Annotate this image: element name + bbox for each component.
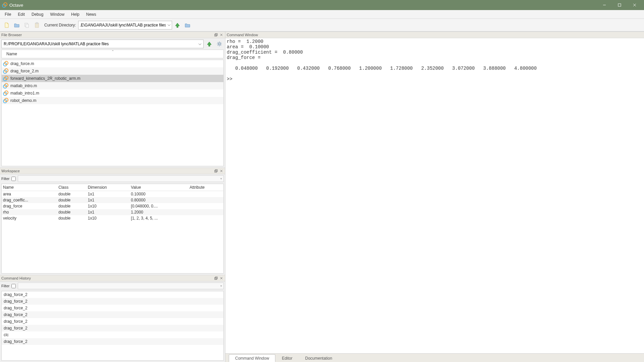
open-file-button[interactable] — [12, 20, 21, 30]
file-browser-name-header[interactable]: ⌃ Name — [1, 50, 224, 58]
workspace-table[interactable]: NameClassDimensionValueAttribute areadou… — [2, 184, 223, 221]
close-panel-icon[interactable] — [219, 276, 224, 281]
history-item[interactable]: drag_force_2 — [2, 318, 223, 325]
history-item[interactable]: drag_force_2 — [2, 311, 223, 318]
svg-rect-9 — [36, 22, 38, 24]
svg-rect-40 — [215, 277, 217, 279]
command-window-hscrollbar[interactable] — [225, 348, 644, 353]
workspace-filter-label: Filter — [1, 177, 9, 181]
command-window-title: Command Window — [227, 33, 258, 37]
menu-help[interactable]: Help — [68, 11, 83, 18]
titlebar: Octave — [0, 0, 644, 10]
octave-file-icon — [3, 61, 8, 66]
copy-button[interactable] — [22, 20, 32, 30]
minimize-button[interactable] — [597, 0, 612, 10]
history-item[interactable]: drag_force_2 — [2, 298, 223, 305]
tab-documentation[interactable]: Documentation — [299, 354, 339, 362]
menu-edit[interactable]: Edit — [14, 11, 28, 18]
octave-logo-icon — [2, 2, 7, 8]
svg-rect-36 — [215, 170, 217, 172]
history-filter-checkbox[interactable] — [11, 284, 16, 288]
workspace-title: Workspace — [1, 169, 20, 173]
svg-line-20 — [221, 45, 221, 46]
history-item[interactable]: drag_force_2 — [2, 325, 223, 331]
sort-indicator-icon: ⌃ — [111, 50, 114, 53]
menu-file[interactable]: File — [1, 11, 14, 18]
file-name: robot_demo.m — [10, 98, 36, 103]
undock-icon[interactable] — [214, 33, 218, 37]
undock-icon[interactable] — [214, 276, 218, 281]
tab-command-window[interactable]: Command Window — [229, 354, 275, 362]
file-item[interactable]: drag_force_2.m — [2, 67, 223, 75]
menu-debug[interactable]: Debug — [28, 11, 47, 18]
svg-rect-11 — [215, 34, 217, 36]
file-browser-up-button[interactable] — [205, 40, 214, 48]
menu-window[interactable]: Window — [47, 11, 68, 18]
command-window-content[interactable]: rho = 1.2000 area = 0.10000 drag_coeffic… — [225, 38, 644, 348]
svg-rect-3 — [618, 4, 621, 6]
file-item[interactable]: matlab_intro.m — [2, 82, 223, 89]
file-name: matlab_intro1.m — [10, 91, 39, 96]
workspace-row[interactable]: drag_forcedouble1x10[0.048000, 0.... — [2, 203, 223, 209]
chevron-down-icon: ▾ — [220, 284, 222, 288]
maximize-button[interactable] — [612, 0, 627, 10]
history-item[interactable]: clc — [2, 331, 223, 338]
file-name: drag_force.m — [10, 61, 34, 66]
command-history-header: Command History — [0, 275, 225, 282]
octave-file-icon — [3, 76, 8, 81]
command-window-header: Command Window — [225, 32, 644, 38]
close-panel-icon[interactable] — [219, 169, 224, 173]
window-title: Octave — [9, 3, 23, 8]
octave-file-icon — [3, 68, 8, 74]
file-item[interactable]: robot_demo.m — [2, 97, 223, 104]
history-hscrollbar[interactable] — [2, 355, 223, 360]
file-browser-settings-button[interactable] — [215, 40, 224, 48]
file-list[interactable]: drag_force.mdrag_force_2.mforward_kinema… — [1, 60, 224, 166]
current-directory-input[interactable] — [78, 21, 172, 29]
svg-rect-10 — [215, 34, 217, 36]
file-item[interactable]: drag_force.m — [2, 60, 223, 67]
octave-file-icon — [3, 98, 8, 103]
file-browser-path-input[interactable] — [1, 40, 204, 48]
history-item[interactable]: drag_force_2 — [2, 305, 223, 311]
svg-rect-7 — [26, 24, 29, 27]
history-item[interactable]: drag_force_2 — [2, 338, 223, 345]
paste-button[interactable] — [32, 20, 42, 30]
command-history-title: Command History — [1, 276, 31, 280]
svg-line-22 — [221, 42, 221, 43]
file-item[interactable]: forward_kinematics_2R_robotic_arm.m — [2, 75, 223, 82]
workspace-col-name[interactable]: Name — [2, 184, 57, 191]
svg-line-21 — [218, 45, 218, 46]
browse-dir-button[interactable] — [183, 20, 192, 30]
chevron-down-icon: ▾ — [220, 177, 222, 180]
undock-icon[interactable] — [214, 169, 218, 173]
command-history-list[interactable]: drag_force_2drag_force_2drag_force_2drag… — [2, 291, 223, 355]
new-file-button[interactable] — [2, 20, 11, 30]
workspace-col-class[interactable]: Class — [57, 184, 87, 191]
svg-line-19 — [218, 42, 218, 43]
workspace-filter-input[interactable]: ▾ — [18, 175, 224, 182]
current-directory-label: Current Directory: — [44, 23, 76, 27]
file-name: matlab_intro.m — [10, 83, 37, 88]
octave-file-icon — [3, 83, 8, 88]
workspace-row[interactable]: drag_coeffic...double1x10.80000 — [2, 197, 223, 203]
file-name: forward_kinematics_2R_robotic_arm.m — [10, 76, 80, 81]
workspace-filter-checkbox[interactable] — [11, 177, 16, 181]
workspace-col-value[interactable]: Value — [129, 184, 188, 191]
workspace-col-dimension[interactable]: Dimension — [87, 184, 130, 191]
workspace-row[interactable]: velocitydouble1x10[1, 2, 3, 4, 5, ... — [2, 215, 223, 221]
menu-news[interactable]: News — [83, 11, 100, 18]
close-panel-icon[interactable] — [219, 33, 224, 37]
workspace-row[interactable]: areadouble1x10.10000 — [2, 191, 223, 197]
workspace-col-attribute[interactable]: Attribute — [188, 184, 223, 191]
toolbar: Current Directory: — [0, 19, 644, 32]
history-item[interactable]: drag_force_2 — [2, 291, 223, 298]
close-button[interactable] — [627, 0, 642, 10]
workspace-row[interactable]: rhodouble1x11.2000 — [2, 209, 223, 215]
tab-editor[interactable]: Editor — [275, 354, 299, 362]
history-filter-input[interactable]: ▾ — [18, 283, 224, 289]
octave-file-icon — [3, 90, 8, 96]
file-name: drag_force_2.m — [10, 69, 39, 73]
file-item[interactable]: matlab_intro1.m — [2, 89, 223, 97]
dir-up-button[interactable] — [173, 20, 182, 30]
